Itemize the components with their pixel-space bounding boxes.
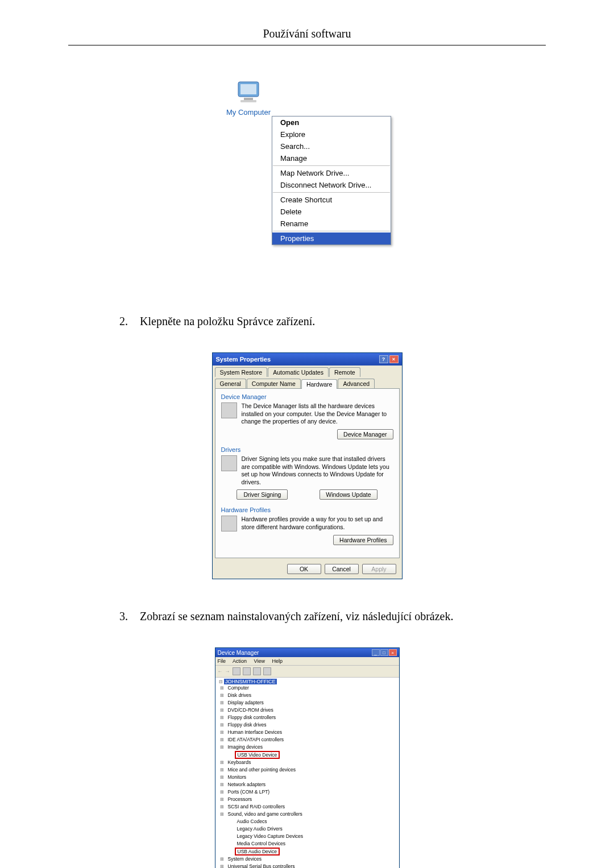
hardware-panel: Device Manager The Device Manager lists … xyxy=(215,388,400,558)
device-tree: ⊟ JOHNSMITH-OFFICE Computer Disk drives … xyxy=(215,678,399,868)
tree-leaf[interactable]: Legacy Audio Drivers xyxy=(217,825,398,833)
help-button[interactable]: ? xyxy=(379,355,388,363)
tab-hardware[interactable]: Hardware xyxy=(301,379,338,389)
apply-button[interactable]: Apply xyxy=(362,564,396,574)
header-rule xyxy=(68,45,546,45)
group-text: The Device Manager lists all the hardwar… xyxy=(242,402,393,426)
tree-item[interactable]: Disk drives xyxy=(217,692,398,699)
dialog-buttons: OK Cancel Apply xyxy=(213,560,402,579)
menu-help[interactable]: Help xyxy=(272,658,283,664)
tree-item[interactable]: Floppy disk controllers xyxy=(217,714,398,721)
group-label: Device Manager xyxy=(221,393,393,400)
tree-item[interactable]: Processors xyxy=(217,796,398,803)
tree-leaf[interactable]: Media Control Devices xyxy=(217,840,398,848)
toolbar-icon[interactable] xyxy=(243,667,251,675)
drivers-icon xyxy=(221,455,237,471)
cancel-button[interactable]: Cancel xyxy=(325,564,359,574)
tree-item[interactable]: DVD/CD-ROM drives xyxy=(217,707,398,714)
tree-item[interactable]: Computer xyxy=(217,684,398,692)
tab-general[interactable]: General xyxy=(215,379,246,388)
device-manager-group: Device Manager The Device Manager lists … xyxy=(221,393,393,439)
group-text: Driver Signing lets you make sure that i… xyxy=(242,455,393,487)
menu-item-create-shortcut[interactable]: Create Shortcut xyxy=(272,194,391,206)
menu-item-rename[interactable]: Rename xyxy=(272,218,391,230)
tree-item[interactable]: Imaging devices xyxy=(217,744,398,751)
nav-back[interactable]: ← xyxy=(218,668,223,674)
close-button[interactable]: × xyxy=(389,355,399,363)
tree-item[interactable]: Universal Serial Bus controllers xyxy=(217,863,398,868)
group-label: Drivers xyxy=(221,446,393,453)
dm-menubar: File Action View Help xyxy=(215,657,399,666)
menu-view[interactable]: View xyxy=(254,658,265,664)
tree-item[interactable]: Sound, video and game controllers xyxy=(217,811,398,818)
menu-item-map-drive[interactable]: Map Network Drive... xyxy=(272,167,391,179)
menu-item-search[interactable]: Search... xyxy=(272,140,391,152)
tree-item[interactable]: Ports (COM & LPT) xyxy=(217,788,398,796)
tab-computer-name[interactable]: Computer Name xyxy=(247,379,301,388)
device-manager-icon xyxy=(221,402,237,418)
hardware-profiles-group: Hardware Profiles Hardware profiles prov… xyxy=(221,506,393,545)
dialog-title: System Properties xyxy=(216,356,271,363)
menu-item-open[interactable]: Open xyxy=(272,117,391,128)
hardware-profiles-button[interactable]: Hardware Profiles xyxy=(333,535,393,545)
tree-item[interactable]: SCSI and RAID controllers xyxy=(217,803,398,811)
device-manager-button[interactable]: Device Manager xyxy=(337,429,393,439)
tab-system-restore[interactable]: System Restore xyxy=(215,367,268,377)
menu-action[interactable]: Action xyxy=(233,658,247,664)
tree-leaf[interactable]: Legacy Video Capture Devices xyxy=(217,833,398,840)
step-2: 2. Klepněte na položku Správce zařízení. xyxy=(119,313,546,330)
toolbar-icon[interactable] xyxy=(233,667,240,675)
dialog-titlebar: System Properties ? × xyxy=(213,353,402,366)
svg-rect-2 xyxy=(244,98,253,100)
minimize-button[interactable]: _ xyxy=(372,649,380,656)
menu-separator xyxy=(273,192,390,193)
toolbar-icon[interactable] xyxy=(263,667,271,675)
tree-item[interactable]: Network adapters xyxy=(217,781,398,788)
menu-item-properties[interactable]: Properties xyxy=(272,232,391,244)
context-menu-figure: My Computer Open Explore Search... Manag… xyxy=(223,80,391,284)
tree-expand[interactable]: ⊟ xyxy=(219,679,223,684)
my-computer-desktop-icon[interactable]: My Computer xyxy=(223,80,274,117)
step-text: Klepněte na položku Správce zařízení. xyxy=(140,313,546,330)
usb-audio-device-highlight[interactable]: USB Audio Device xyxy=(235,848,280,855)
tree-item[interactable]: Human Interface Devices xyxy=(217,729,398,736)
menu-file[interactable]: File xyxy=(218,658,226,664)
dm-title: Device Manager xyxy=(218,650,259,656)
usb-video-device-highlight[interactable]: USB Video Device xyxy=(235,751,280,759)
tab-advanced[interactable]: Advanced xyxy=(338,379,375,388)
tree-item[interactable]: Mice and other pointing devices xyxy=(217,766,398,774)
tabs-row-1: System Restore Automatic Updates Remote xyxy=(213,366,402,377)
drivers-group: Drivers Driver Signing lets you make sur… xyxy=(221,446,393,500)
menu-item-explore[interactable]: Explore xyxy=(272,128,391,140)
group-label: Hardware Profiles xyxy=(221,506,393,513)
context-menu: Open Explore Search... Manage Map Networ… xyxy=(272,116,391,245)
maximize-button[interactable]: □ xyxy=(380,649,388,656)
step-number: 2. xyxy=(119,313,140,330)
tree-item[interactable]: Floppy disk drives xyxy=(217,721,398,729)
tree-item[interactable]: Monitors xyxy=(217,774,398,781)
nav-forward[interactable]: → xyxy=(225,668,230,674)
menu-item-disconnect-drive[interactable]: Disconnect Network Drive... xyxy=(272,179,391,191)
menu-item-delete[interactable]: Delete xyxy=(272,206,391,218)
tree-item[interactable]: System devices xyxy=(217,855,398,863)
menu-separator xyxy=(273,231,390,231)
dm-toolbar: ← → xyxy=(215,666,399,678)
device-manager-window: Device Manager _ □ × File Action View He… xyxy=(215,647,400,868)
dm-titlebar: Device Manager _ □ × xyxy=(215,648,399,657)
tree-leaf[interactable]: Audio Codecs xyxy=(217,818,398,825)
tab-remote[interactable]: Remote xyxy=(329,367,360,377)
ok-button[interactable]: OK xyxy=(287,564,321,574)
menu-item-manage[interactable]: Manage xyxy=(272,152,391,164)
tree-item[interactable]: IDE ATA/ATAPI controllers xyxy=(217,736,398,744)
toolbar-icon[interactable] xyxy=(253,667,261,675)
system-properties-dialog: System Properties ? × System Restore Aut… xyxy=(212,352,403,579)
tree-item[interactable]: Display adapters xyxy=(217,699,398,707)
tree-item[interactable]: Keyboards xyxy=(217,759,398,766)
menu-separator xyxy=(273,165,390,166)
tab-automatic-updates[interactable]: Automatic Updates xyxy=(268,367,329,377)
driver-signing-button[interactable]: Driver Signing xyxy=(237,489,288,500)
close-button[interactable]: × xyxy=(389,649,397,656)
tree-root[interactable]: JOHNSMITH-OFFICE xyxy=(224,679,277,684)
windows-update-button[interactable]: Windows Update xyxy=(320,489,377,500)
svg-rect-3 xyxy=(240,100,256,102)
